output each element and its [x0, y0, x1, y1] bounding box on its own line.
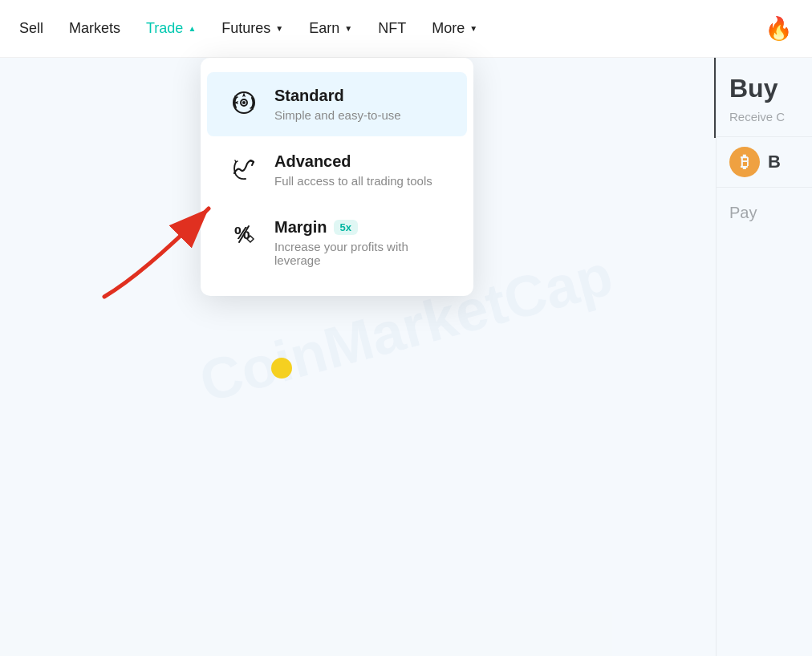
margin-desc: Increase your profits with leverage [274, 240, 445, 267]
nav-more[interactable]: More ▼ [432, 20, 477, 37]
standard-item-text: Standard Simple and easy-to-use [274, 87, 401, 122]
trade-caret-up-icon: ▲ [188, 24, 196, 33]
margin-title: Margin 5x [274, 218, 445, 237]
nav-markets[interactable]: Markets [69, 20, 120, 37]
nav-nft[interactable]: NFT [378, 20, 406, 37]
standard-title: Standard [274, 87, 401, 105]
advanced-title: Advanced [274, 152, 432, 171]
margin-5x-badge: 5x [334, 220, 358, 235]
standard-desc: Simple and easy-to-use [274, 108, 401, 122]
trade-dropdown-menu: Standard Simple and easy-to-use Advanced… [201, 58, 473, 296]
nav-earn[interactable]: Earn ▼ [309, 20, 352, 37]
standard-trade-icon [229, 88, 258, 117]
advanced-desc: Full access to all trading tools [274, 174, 432, 188]
margin-trade-icon: % [229, 220, 258, 249]
dropdown-item-margin[interactable]: % Margin 5x Increase your profits with l… [207, 204, 467, 281]
nav-trade[interactable]: Trade ▲ [146, 20, 196, 37]
nav-futures[interactable]: Futures ▼ [221, 20, 283, 37]
dropdown-item-standard[interactable]: Standard Simple and easy-to-use [207, 72, 467, 136]
fire-icon[interactable]: 🔥 [765, 15, 793, 42]
advanced-trade-icon [229, 154, 258, 183]
nav-sell[interactable]: Sell [19, 20, 43, 37]
futures-caret-icon: ▼ [275, 24, 283, 33]
margin-item-text: Margin 5x Increase your profits with lev… [274, 218, 445, 267]
svg-point-2 [242, 101, 246, 104]
earn-caret-icon: ▼ [344, 24, 352, 33]
yellow-dot-indicator [271, 358, 292, 379]
more-caret-icon: ▼ [469, 24, 477, 33]
advanced-item-text: Advanced Full access to all trading tool… [274, 152, 432, 188]
dropdown-item-advanced[interactable]: Advanced Full access to all trading tool… [207, 138, 467, 202]
navbar: Sell Markets Trade ▲ Futures ▼ Earn ▼ NF… [0, 0, 812, 58]
